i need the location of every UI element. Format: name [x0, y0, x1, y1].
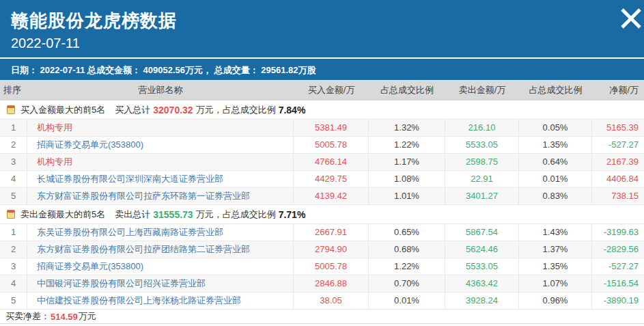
dialog-header: 赣能股份龙虎榜数据 2022-07-11 日期： 2022-07-11 总成交金… — [0, 0, 644, 80]
sell-pct-cell: 1.07% — [519, 275, 592, 292]
sell-pct-cell: 1.35% — [519, 137, 592, 153]
sell-amount-cell: 216.10 — [445, 120, 519, 136]
sell-pct-cell: 1.37% — [519, 241, 592, 258]
broker-name-link[interactable]: 中国银河证券股份有限公司绍兴证券营业部 — [27, 275, 294, 292]
col-header-buy: 买入金额/万 — [294, 84, 369, 96]
net-diff-value: 514.59 — [51, 312, 78, 322]
rank-cell: 4 — [0, 275, 27, 292]
note-icon — [7, 105, 15, 114]
broker-name-link[interactable]: 长城证券股份有限公司深圳深南大道证券营业部 — [27, 171, 294, 187]
col-header-sell: 卖出金额/万 — [445, 84, 519, 96]
sell-section-title: 卖出金额最大的前5名 — [20, 208, 105, 221]
net-amount-cell: -1516.54 — [592, 275, 644, 292]
buy-amount-cell: 5381.49 — [294, 120, 369, 136]
sell-amount-cell: 5533.05 — [445, 258, 519, 275]
buy-pct-cell: 1.22% — [369, 258, 445, 275]
sell-total-label: 卖出总计 — [115, 208, 150, 221]
net-difference-footer: 买卖净差： 514.59 万元 — [0, 310, 644, 324]
buy-pct-cell: 1.01% — [369, 188, 445, 204]
sell-total-value: 31555.73 — [153, 209, 193, 220]
net-diff-label: 买卖净差： — [5, 310, 50, 323]
col-header-net: 净额/万 — [592, 84, 644, 96]
broker-name-link[interactable]: 东方财富证券股份有限公司拉萨东环路第一证券营业部 — [27, 188, 294, 204]
buy-amount-cell: 4429.75 — [294, 171, 369, 187]
buy-total-value: 32070.32 — [153, 105, 193, 116]
net-amount-cell: 738.15 — [592, 188, 644, 204]
buy-pct-cell: 0.01% — [369, 293, 445, 309]
sell-amount-cell: 4363.42 — [445, 275, 519, 292]
buy-amount-cell: 2846.88 — [294, 275, 369, 292]
table-row: 2 招商证券交易单元(353800) 5005.78 1.22% 5533.05… — [0, 137, 644, 154]
broker-name-link[interactable]: 东吴证券股份有限公司上海西藏南路证券营业部 — [27, 224, 294, 241]
col-header-broker: 营业部名称 — [27, 84, 294, 96]
broker-name-link: 机构专用 — [27, 120, 294, 136]
lhb-data-dialog: 赣能股份龙虎榜数据 2022-07-11 日期： 2022-07-11 总成交金… — [0, 0, 644, 326]
buy-section-header: 买入金额最大的前5名 买入总计 32070.32 万元， 占总成交比例 7.84… — [0, 100, 644, 120]
broker-name-link[interactable]: 中信建投证券股份有限公司上海张杨北路证券营业部 — [27, 293, 294, 309]
sell-ratio-value: 7.71% — [279, 209, 306, 220]
page-title: 赣能股份龙虎榜数据 — [0, 0, 644, 33]
trade-summary: 日期： 2022-07-11 总成交金额： 409052.56万元， 总成交量：… — [11, 64, 316, 77]
net-amount-cell: -3199.63 — [592, 224, 644, 241]
table-row: 1 东吴证券股份有限公司上海西藏南路证券营业部 2667.91 0.65% 58… — [0, 224, 644, 241]
broker-name-link: 机构专用 — [27, 154, 294, 170]
sell-rows: 1 东吴证券股份有限公司上海西藏南路证券营业部 2667.91 0.65% 58… — [0, 224, 644, 310]
sell-section-header: 卖出金额最大的前5名 卖出总计 31555.73 万元， 占总成交比例 7.71… — [0, 205, 644, 224]
sell-ratio-label: 占总成交比例 — [223, 208, 276, 221]
sell-amount-cell: 22.91 — [445, 171, 519, 187]
buy-section-title: 买入金额最大的前5名 — [20, 104, 105, 116]
sell-amount-cell: 5867.54 — [445, 224, 519, 241]
buy-pct-cell: 0.68% — [369, 241, 445, 258]
sell-pct-cell: 0.01% — [519, 171, 592, 187]
broker-name-link[interactable]: 东方财富证券股份有限公司拉萨团结路第二证券营业部 — [27, 241, 294, 258]
sell-total-unit: 万元， — [196, 208, 223, 221]
buy-ratio-label: 占总成交比例 — [223, 104, 276, 116]
table-row: 4 长城证券股份有限公司深圳深南大道证券营业部 4429.75 1.08% 22… — [0, 171, 644, 188]
sell-amount-cell: 5533.05 — [445, 137, 519, 153]
buy-ratio-value: 7.84% — [279, 105, 306, 116]
header-date: 2022-07-11 — [0, 33, 644, 51]
sell-amount-cell: 5624.46 — [445, 241, 519, 258]
buy-amount-cell: 4766.14 — [294, 154, 369, 170]
buy-amount-cell: 5005.78 — [294, 137, 369, 153]
rank-cell: 2 — [0, 137, 27, 153]
buy-pct-cell: 1.17% — [369, 154, 445, 170]
table-row: 3 招商证券交易单元(353800) 5005.78 1.22% 5533.05… — [0, 258, 644, 275]
net-amount-cell: 5165.39 — [592, 120, 644, 136]
rank-cell: 4 — [0, 171, 27, 187]
note-icon — [7, 210, 15, 219]
rank-cell: 5 — [0, 293, 27, 309]
buy-pct-cell: 1.22% — [369, 137, 445, 153]
broker-name-link[interactable]: 招商证券交易单元(353800) — [27, 137, 294, 153]
sell-amount-cell: 3401.27 — [445, 188, 519, 204]
net-amount-cell: -527.27 — [592, 137, 644, 153]
net-amount-cell: 2167.39 — [592, 154, 644, 170]
buy-amount-cell: 2794.90 — [294, 241, 369, 258]
table-row: 1 机构专用 5381.49 1.32% 216.10 0.05% 5165.3… — [0, 120, 644, 137]
net-amount-cell: -2829.56 — [592, 241, 644, 258]
net-diff-unit: 万元 — [79, 310, 96, 323]
table-row: 4 中国银河证券股份有限公司绍兴证券营业部 2846.88 0.70% 4363… — [0, 275, 644, 293]
net-amount-cell: -527.27 — [592, 258, 644, 275]
rank-cell: 3 — [0, 154, 27, 170]
sell-amount-cell: 2598.75 — [445, 154, 519, 170]
broker-name-link[interactable]: 招商证券交易单元(353800) — [27, 258, 294, 275]
table-header-row: 排序 营业部名称 买入金额/万 占总成交比例 卖出金额/万 占总成交比例 净额/… — [0, 80, 644, 100]
buy-amount-cell: 2667.91 — [294, 224, 369, 241]
sell-pct-cell: 0.83% — [519, 188, 592, 204]
table-row: 5 中信建投证券股份有限公司上海张杨北路证券营业部 38.05 0.01% 39… — [0, 293, 644, 310]
rank-cell: 1 — [0, 120, 27, 136]
buy-total-unit: 万元， — [196, 104, 223, 116]
buy-pct-cell: 0.65% — [369, 224, 445, 241]
net-amount-cell: 4406.84 — [592, 171, 644, 187]
sell-pct-cell: 0.64% — [519, 154, 592, 170]
rank-cell: 3 — [0, 258, 27, 275]
table-row: 2 东方财富证券股份有限公司拉萨团结路第二证券营业部 2794.90 0.68%… — [0, 241, 644, 258]
buy-amount-cell: 4139.42 — [294, 188, 369, 204]
close-icon[interactable] — [615, 3, 644, 33]
buy-pct-cell: 1.08% — [369, 171, 445, 187]
rank-cell: 1 — [0, 224, 27, 241]
table-row: 5 东方财富证券股份有限公司拉萨东环路第一证券营业部 4139.42 1.01%… — [0, 188, 644, 205]
sell-amount-cell: 3928.24 — [445, 293, 519, 309]
col-header-sell-pct: 占总成交比例 — [519, 84, 592, 96]
